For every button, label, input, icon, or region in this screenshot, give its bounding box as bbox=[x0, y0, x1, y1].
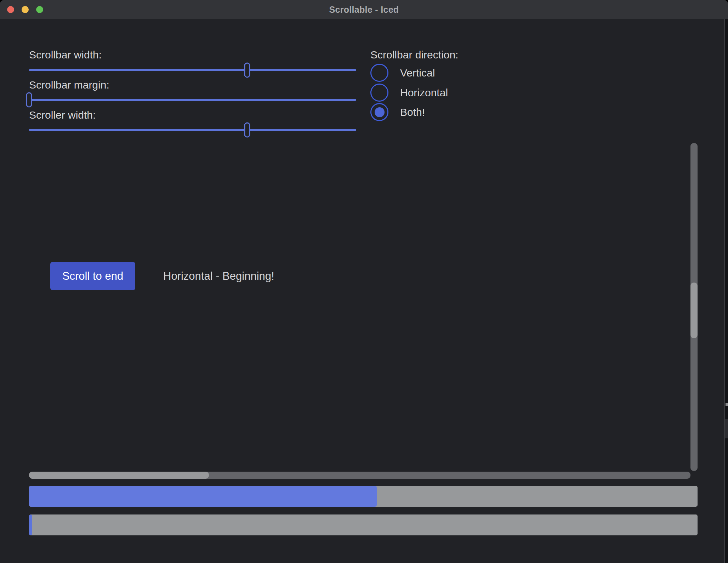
horizontal-scroller[interactable] bbox=[29, 472, 209, 479]
scroller-width-label: Scroller width: bbox=[29, 107, 96, 123]
progress-fill bbox=[29, 514, 32, 535]
scroller-width-slider[interactable] bbox=[29, 122, 356, 138]
horizontal-scrollbar[interactable] bbox=[29, 472, 690, 479]
vertical-progress-bar bbox=[29, 514, 698, 535]
slider-track[interactable] bbox=[29, 99, 356, 101]
edge-artifact bbox=[726, 403, 728, 406]
vertical-scrollbar[interactable] bbox=[690, 143, 698, 471]
app-window: Scrollable - Iced Scrollbar width: Scrol… bbox=[0, 0, 728, 563]
slider-track[interactable] bbox=[29, 69, 356, 71]
vertical-scroller[interactable] bbox=[690, 283, 698, 338]
slider-track[interactable] bbox=[29, 129, 356, 131]
scrollbar-width-label: Scrollbar width: bbox=[29, 47, 102, 63]
titlebar: Scrollable - Iced bbox=[0, 0, 728, 19]
window-right-border bbox=[724, 19, 725, 563]
slider-handle[interactable] bbox=[26, 92, 32, 108]
window-title: Scrollable - Iced bbox=[0, 0, 728, 19]
scrollbar-margin-slider[interactable] bbox=[29, 92, 356, 108]
radio-circle[interactable] bbox=[370, 64, 388, 82]
radio-option-both[interactable]: Both! bbox=[370, 103, 425, 121]
radio-circle[interactable] bbox=[370, 84, 388, 102]
radio-option-label: Horizontal bbox=[400, 87, 448, 99]
slider-handle[interactable] bbox=[244, 123, 250, 138]
scrollbar-direction-label: Scrollbar direction: bbox=[370, 47, 458, 63]
radio-option-horizontal[interactable]: Horizontal bbox=[370, 84, 448, 102]
slider-handle[interactable] bbox=[244, 63, 250, 78]
radio-option-label: Both! bbox=[400, 106, 425, 118]
scroll-status-text: Horizontal - Beginning! bbox=[163, 262, 274, 290]
radio-option-label: Vertical bbox=[400, 67, 435, 79]
scrollbar-width-slider[interactable] bbox=[29, 62, 356, 78]
radio-option-vertical[interactable]: Vertical bbox=[370, 64, 435, 82]
window-right-edge bbox=[724, 19, 728, 563]
radio-selected-dot bbox=[375, 107, 385, 117]
scrollbar-margin-label: Scrollbar margin: bbox=[29, 77, 109, 93]
scroll-to-end-button[interactable]: Scroll to end bbox=[50, 262, 135, 290]
radio-circle[interactable] bbox=[370, 103, 388, 121]
progress-fill bbox=[29, 486, 377, 507]
edge-artifact bbox=[725, 419, 728, 438]
horizontal-progress-bar bbox=[29, 486, 698, 507]
